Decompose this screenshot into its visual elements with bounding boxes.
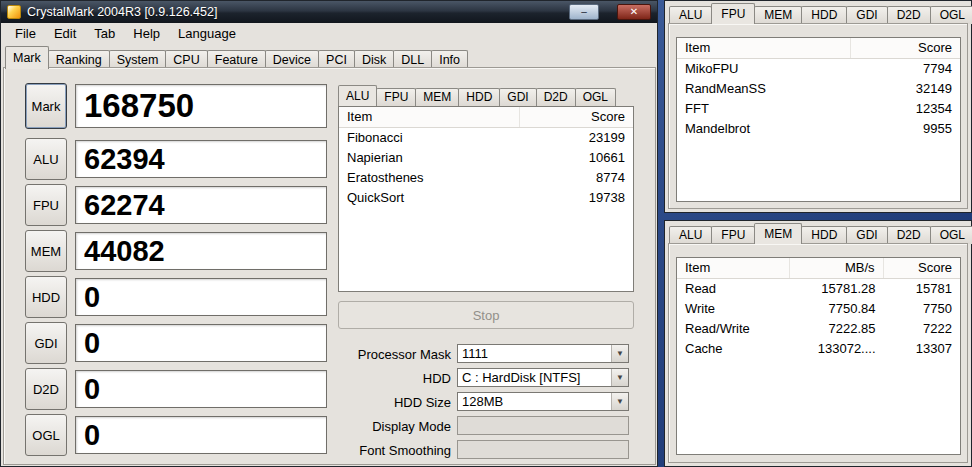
detail-tab-hdd[interactable]: HDD xyxy=(458,88,500,106)
detail-tab-mem[interactable]: MEM xyxy=(415,88,459,106)
stop-button[interactable]: Stop xyxy=(338,301,634,329)
cell-mbs: 7750.84 xyxy=(790,299,883,319)
close-button[interactable]: ✕ xyxy=(617,4,651,20)
cell-item: MikoFPU xyxy=(677,59,851,79)
cell-mbs: 7222.85 xyxy=(790,319,883,339)
mem-panel-tab-fpu[interactable]: FPU xyxy=(711,226,755,244)
table-row[interactable]: RandMeanSS 32149 xyxy=(677,79,960,99)
fpu-panel-tab-gdi[interactable]: GDI xyxy=(846,6,887,24)
table-row[interactable]: Fibonacci 23199 xyxy=(339,128,633,148)
mem-panel-tab-alu[interactable]: ALU xyxy=(669,226,712,244)
fpu-panel-tab-d2d[interactable]: D2D xyxy=(887,6,931,24)
fpu-detail-panel: ALU FPU MEM HDD GDI D2D OGL Item Score M… xyxy=(664,0,972,213)
processor-mask-combo[interactable]: 1111 ▼ xyxy=(457,344,629,363)
mem-panel-tab-d2d[interactable]: D2D xyxy=(887,226,931,244)
table-row[interactable]: QuickSort 19738 xyxy=(339,188,633,208)
cell-item: Cache xyxy=(677,339,790,359)
table-row[interactable]: Read/Write 7222.85 7222 xyxy=(677,319,960,339)
cell-score: 7750 xyxy=(884,299,960,319)
menu-tab[interactable]: Tab xyxy=(85,23,124,45)
hdd-size-combo[interactable]: 128MB ▼ xyxy=(457,392,629,411)
table-row[interactable]: Cache 133072.... 13307 xyxy=(677,339,960,359)
column-header-score[interactable]: Score xyxy=(851,38,960,58)
alu-button[interactable]: ALU xyxy=(25,138,67,180)
detail-tab-gdi[interactable]: GDI xyxy=(499,88,536,106)
fpu-panel-tab-fpu[interactable]: FPU xyxy=(711,3,755,24)
cell-item: Read xyxy=(677,279,790,299)
display-mode-label: Display Mode xyxy=(338,417,451,436)
table-row[interactable]: MikoFPU 7794 xyxy=(677,59,960,79)
detail-tab-ogl[interactable]: OGL xyxy=(575,88,616,106)
cell-item: Write xyxy=(677,299,790,319)
crystalmark-window: CrystalMark 2004R3 [0.9.126.452] – ✕ Fil… xyxy=(0,0,658,467)
fpu-panel-tab-ogl[interactable]: OGL xyxy=(930,6,972,24)
table-row[interactable]: Napierian 10661 xyxy=(339,148,633,168)
table-row[interactable]: Write 7750.84 7750 xyxy=(677,299,960,319)
menubar: File Edit Tab Help Language xyxy=(2,23,656,45)
d2d-button[interactable]: D2D xyxy=(25,368,67,410)
cell-score: 23199 xyxy=(520,128,633,148)
hdd-button[interactable]: HDD xyxy=(25,276,67,318)
fpu-score-field: 62274 xyxy=(75,186,327,224)
table-row[interactable]: FFT 12354 xyxy=(677,99,960,119)
cell-score: 19738 xyxy=(520,188,633,208)
fpu-button[interactable]: FPU xyxy=(25,184,67,226)
menu-edit[interactable]: Edit xyxy=(45,23,85,45)
cell-score: 15781 xyxy=(884,279,960,299)
ogl-score-field: 0 xyxy=(75,416,327,454)
menu-help[interactable]: Help xyxy=(124,23,169,45)
mem-button[interactable]: MEM xyxy=(25,230,67,272)
menu-file[interactable]: File xyxy=(6,23,45,45)
table-row[interactable]: Eratosthenes 8774 xyxy=(339,168,633,188)
cell-item: Napierian xyxy=(339,148,520,168)
table-header: Item Score xyxy=(677,38,960,59)
column-header-score[interactable]: Score xyxy=(520,107,633,127)
tab-mark[interactable]: Mark xyxy=(5,46,49,69)
mem-panel-tab-gdi[interactable]: GDI xyxy=(846,226,887,244)
detail-tabstrip: ALU FPU MEM HDD GDI D2D OGL xyxy=(338,85,615,106)
gdi-button[interactable]: GDI xyxy=(25,322,67,364)
fpu-panel-tab-alu[interactable]: ALU xyxy=(669,6,712,24)
alu-score-field: 62394 xyxy=(75,140,327,178)
cell-mbs: 15781.28 xyxy=(790,279,883,299)
table-row[interactable]: Read 15781.28 15781 xyxy=(677,279,960,299)
combo-arrow-button[interactable]: ▼ xyxy=(611,393,628,410)
ogl-button[interactable]: OGL xyxy=(25,414,67,456)
column-header-mbs[interactable]: MB/s xyxy=(790,258,883,278)
combo-value: C : HardDisk [NTFS] xyxy=(458,369,611,386)
fpu-results-table: Item Score MikoFPU 7794 RandMeanSS 32149… xyxy=(676,37,961,202)
chevron-down-icon: ▼ xyxy=(616,374,624,382)
cell-item: Fibonacci xyxy=(339,128,520,148)
table-header: Item MB/s Score xyxy=(677,258,960,279)
fpu-panel-tab-hdd[interactable]: HDD xyxy=(801,6,847,24)
mark-button[interactable]: Mark xyxy=(25,83,67,129)
menu-language[interactable]: Language xyxy=(169,23,245,45)
mem-panel-tab-ogl[interactable]: OGL xyxy=(930,226,972,244)
column-header-item[interactable]: Item xyxy=(339,107,520,127)
detail-tab-d2d[interactable]: D2D xyxy=(536,88,576,106)
minimize-icon: – xyxy=(581,7,587,17)
minimize-button[interactable]: – xyxy=(569,4,599,20)
detail-tab-fpu[interactable]: FPU xyxy=(376,88,416,106)
cell-item: QuickSort xyxy=(339,188,520,208)
cell-score: 32149 xyxy=(851,79,960,99)
column-header-item[interactable]: Item xyxy=(677,258,790,278)
column-header-item[interactable]: Item xyxy=(677,38,851,58)
combo-value: 128MB xyxy=(458,393,611,410)
mem-detail-panel: ALU FPU MEM HDD GDI D2D OGL Item MB/s Sc… xyxy=(664,220,972,467)
cell-mbs: 133072.... xyxy=(790,339,883,359)
mem-panel-tab-mem[interactable]: MEM xyxy=(754,223,802,244)
table-row[interactable]: Mandelbrot 9955 xyxy=(677,119,960,139)
close-icon: ✕ xyxy=(630,7,638,17)
mark-score-field: 168750 xyxy=(75,84,327,128)
table-header: Item Score xyxy=(339,107,633,128)
combo-arrow-button[interactable]: ▼ xyxy=(611,345,628,362)
hdd-combo[interactable]: C : HardDisk [NTFS] ▼ xyxy=(457,368,629,387)
fpu-panel-tab-mem[interactable]: MEM xyxy=(754,6,802,24)
mem-panel-tab-hdd[interactable]: HDD xyxy=(801,226,847,244)
cell-score: 7794 xyxy=(851,59,960,79)
column-header-score[interactable]: Score xyxy=(884,258,960,278)
detail-tab-alu[interactable]: ALU xyxy=(338,85,377,106)
combo-arrow-button[interactable]: ▼ xyxy=(611,369,628,386)
mem-panel-tabstrip: ALU FPU MEM HDD GDI D2D OGL xyxy=(669,223,972,244)
